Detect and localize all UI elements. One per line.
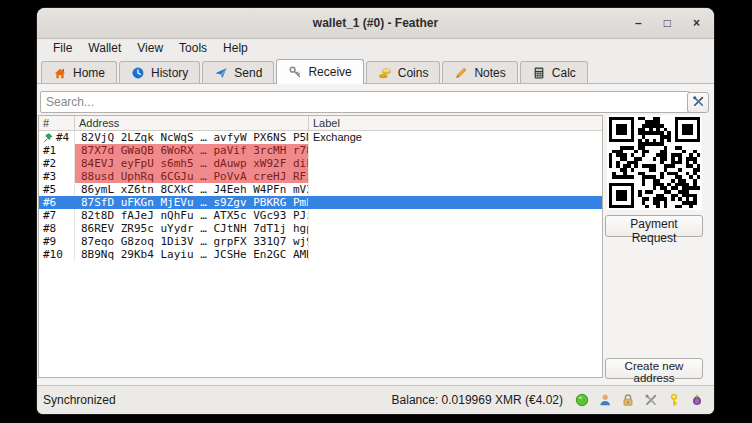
wrench-screwdriver-icon (692, 95, 705, 111)
table-row[interactable]: #586ymL xZ6tn 8CXkC … J4Eeh W4PFn mV3oT (39, 183, 602, 196)
calc-icon (532, 66, 546, 80)
maximize-button[interactable]: □ (664, 17, 671, 29)
address-cell: 87SfD uFKGn MjEVu … s9Zgv PBKRG Pmb89 (75, 196, 309, 209)
label-cell (309, 196, 602, 209)
index-label: #9 (43, 235, 56, 248)
tools-icon[interactable] (644, 393, 658, 407)
history-icon (131, 66, 145, 80)
label-cell (309, 183, 602, 196)
address-index: #7 (39, 209, 75, 222)
column-header-num[interactable]: # (39, 116, 75, 130)
address-cell: 8B9Nq 29Kb4 Layiu … JCSHe En2GC AMKFo (75, 248, 309, 261)
tab-label: Notes (474, 66, 505, 80)
table-row[interactable]: #187X7d GWaQB 6WoRX … paVif 3rcMH r78DN (39, 144, 602, 157)
table-row[interactable]: #782t8D fAJeJ nQhFu … ATX5c VGc93 PJiST (39, 209, 602, 222)
window-title: wallet_1 (#0) - Feather (37, 8, 714, 38)
label-cell (309, 170, 602, 183)
window-controls: –□× (635, 8, 700, 38)
label-cell (309, 209, 602, 222)
table-row[interactable]: #886REV ZR95c uYydr … CJtNH 7dT1j hgp9N (39, 222, 602, 235)
index-label: #2 (43, 157, 56, 170)
address-cell: 86ymL xZ6tn 8CXkC … J4Eeh W4PFn mV3oT (75, 183, 309, 196)
create-new-address-button[interactable]: Create new address (605, 358, 703, 379)
balance-text: Balance: 0.019969 XMR (€4.02) (392, 393, 563, 407)
tor-onion-icon[interactable] (690, 393, 704, 407)
coins-icon (378, 66, 392, 80)
table-row[interactable]: #284EVJ eyFpU s6mh5 … dAuwp xW92F diF9T (39, 157, 602, 170)
address-cell: 84EVJ eyFpU s6mh5 … dAuwp xW92F diF9T (75, 157, 309, 170)
menu-tools[interactable]: Tools (171, 40, 215, 56)
close-button[interactable]: × (693, 17, 700, 29)
menu-view[interactable]: View (129, 40, 171, 56)
receive-icon (288, 65, 302, 79)
lock-icon[interactable] (621, 393, 635, 407)
qr-code[interactable] (607, 115, 702, 210)
address-cell: 87X7d GWaQB 6WoRX … paVif 3rcMH r78DN (75, 144, 309, 157)
tab-home[interactable]: Home (41, 61, 117, 83)
index-label: #6 (43, 196, 56, 209)
payment-request-button[interactable]: Payment Request (605, 215, 703, 237)
menu-wallet[interactable]: Wallet (80, 40, 129, 56)
search-options-button[interactable] (687, 92, 709, 113)
tab-label: Send (234, 66, 262, 80)
menu-file[interactable]: File (45, 40, 80, 56)
receive-page: #AddressLabel #482VjQ 2LZqk NcWqS … avfy… (37, 84, 714, 385)
tab-send[interactable]: Send (202, 61, 274, 83)
notes-icon (454, 66, 468, 80)
index-label: #3 (43, 170, 56, 183)
app-window: wallet_1 (#0) - Feather –□× FileWalletVi… (37, 8, 714, 414)
address-index: #9 (39, 235, 75, 248)
table-row[interactable]: #687SfD uFKGn MjEVu … s9Zgv PBKRG Pmb89 (39, 196, 602, 209)
tab-notes[interactable]: Notes (442, 61, 517, 83)
tab-label: Home (73, 66, 105, 80)
table-body: #482VjQ 2LZqk NcWqS … avfyW PX6NS P5MC6E… (39, 131, 602, 261)
status-right: Balance: 0.019969 XMR (€4.02) (392, 393, 704, 407)
address-index: #10 (39, 248, 75, 261)
menubar: FileWalletViewToolsHelp (37, 39, 714, 57)
address-cell: 82VjQ 2LZqk NcWqS … avfyW PX6NS P5MC6 (75, 131, 309, 144)
minimize-button[interactable]: – (635, 17, 642, 29)
screen-background: wallet_1 (#0) - Feather –□× FileWalletVi… (0, 0, 752, 423)
address-index: #3 (39, 170, 75, 183)
tab-label: Coins (398, 66, 429, 80)
column-header-address[interactable]: Address (75, 116, 309, 130)
index-label: #5 (43, 183, 56, 196)
account-icon[interactable] (598, 393, 612, 407)
label-cell (309, 157, 602, 170)
label-cell (309, 235, 602, 248)
tab-coins[interactable]: Coins (366, 61, 441, 83)
tab-history[interactable]: History (119, 61, 200, 83)
address-table: #AddressLabel #482VjQ 2LZqk NcWqS … avfy… (38, 115, 603, 378)
pin-icon (43, 132, 54, 143)
home-icon (53, 66, 67, 80)
address-cell: 82t8D fAJeJ nQhFu … ATX5c VGc93 PJiST (75, 209, 309, 222)
index-label: #8 (43, 222, 56, 235)
address-index: #6 (39, 196, 75, 209)
menu-help[interactable]: Help (215, 40, 256, 56)
tab-label: History (151, 66, 188, 80)
search-input[interactable] (40, 91, 690, 113)
table-row[interactable]: #388usd UphRq 6CGJu … PoVvA creHJ RFirF (39, 170, 602, 183)
address-index: #1 (39, 144, 75, 157)
table-row[interactable]: #987eqo G8zoq 1Di3V … grpFX 331Q7 wj9kv (39, 235, 602, 248)
status-led-icon[interactable] (575, 393, 589, 407)
tab-bar: HomeHistorySendReceiveCoinsNotesCalc (37, 57, 714, 84)
label-cell: Exchange (309, 131, 602, 144)
index-label: #4 (56, 131, 69, 144)
address-index: #2 (39, 157, 75, 170)
table-row[interactable]: #108B9Nq 29Kb4 Layiu … JCSHe En2GC AMKFo (39, 248, 602, 261)
address-index: #5 (39, 183, 75, 196)
address-cell: 86REV ZR95c uYydr … CJtNH 7dT1j hgp9N (75, 222, 309, 235)
tab-receive[interactable]: Receive (276, 59, 363, 84)
tab-label: Calc (552, 66, 576, 80)
column-header-label[interactable]: Label (309, 116, 602, 130)
index-label: #10 (43, 248, 63, 261)
tab-calc[interactable]: Calc (520, 61, 588, 83)
titlebar[interactable]: wallet_1 (#0) - Feather –□× (37, 8, 714, 39)
label-cell (309, 222, 602, 235)
key-icon[interactable] (667, 393, 681, 407)
status-icons (575, 393, 704, 407)
label-cell (309, 144, 602, 157)
table-row[interactable]: #482VjQ 2LZqk NcWqS … avfyW PX6NS P5MC6E… (39, 131, 602, 144)
send-icon (214, 66, 228, 80)
